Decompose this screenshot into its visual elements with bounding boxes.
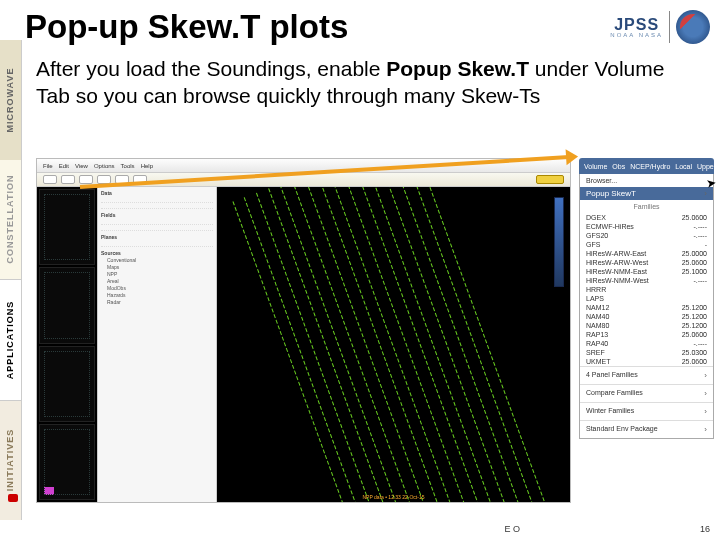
family-row[interactable]: SREF25.0300 <box>580 348 713 357</box>
thumbnail[interactable] <box>39 189 95 265</box>
family-row[interactable]: NAM1225.1200 <box>580 303 713 312</box>
vol-tab-volume[interactable]: Volume <box>584 163 607 170</box>
thumbnail[interactable] <box>39 346 95 422</box>
map-timestamp: NPP data • 12:33 22-Oct-15 <box>363 494 425 500</box>
vol-tab-obs[interactable]: Obs <box>612 163 625 170</box>
menu-item[interactable]: Tools <box>121 163 135 169</box>
family-row[interactable]: UKMET25.0600 <box>580 357 713 366</box>
vol-tab-ncep[interactable]: NCEP/Hydro <box>630 163 670 170</box>
body-bold: Popup Skew.T <box>386 57 529 80</box>
submenu-item[interactable]: Standard Env Package› <box>580 420 713 438</box>
chevron-right-icon: › <box>704 371 707 380</box>
family-name: HiResW-ARW-East <box>586 250 646 257</box>
vol-tab-upper[interactable]: Uppe <box>697 163 714 170</box>
sidebar-tab-applications[interactable]: APPLICATIONS <box>0 279 22 401</box>
volume-browser-item[interactable]: Browser... <box>580 174 713 187</box>
sidebar-tab-microwave[interactable]: MICROWAVE <box>0 40 22 160</box>
browser-tree: Conventional Maps NPP Areal ModObs Hazar… <box>101 257 213 306</box>
body-paragraph: After you load the Soundings, enable Pop… <box>36 55 700 110</box>
family-row[interactable]: NAM8025.1200 <box>580 321 713 330</box>
toolbar-button[interactable] <box>79 175 93 184</box>
family-row[interactable]: DGEX25.0600 <box>580 213 713 222</box>
tree-item[interactable]: Hazards <box>101 292 213 299</box>
family-value: 25.0600 <box>682 214 707 221</box>
family-row[interactable]: GFS20-.---- <box>580 231 713 240</box>
tree-item[interactable]: Radar <box>101 299 213 306</box>
family-row[interactable]: NAM4025.1200 <box>580 312 713 321</box>
cursor-icon: ➤ <box>705 175 717 191</box>
family-row[interactable]: HiResW-NMM-West-.---- <box>580 276 713 285</box>
thumbnail[interactable] <box>39 424 95 500</box>
color-scale-icon <box>554 197 564 287</box>
volume-menu: Volume Obs NCEP/Hydro Local Uppe Browser… <box>579 158 714 439</box>
toolbar-button[interactable] <box>115 175 129 184</box>
browser-section-header: Fields <box>101 212 213 218</box>
slide-header: Pop-up Skew.T plots JPSS NOAA NASA <box>25 2 710 52</box>
family-name: DGEX <box>586 214 606 221</box>
family-name: HiResW-NMM-East <box>586 268 647 275</box>
footer-eo: E O <box>504 524 520 534</box>
family-value: 25.0300 <box>682 349 707 356</box>
tree-item[interactable]: NPP <box>101 271 213 278</box>
menu-item[interactable]: Help <box>141 163 153 169</box>
family-name: RAP40 <box>586 340 608 347</box>
family-name: GFS20 <box>586 232 608 239</box>
family-name: RAP13 <box>586 331 608 338</box>
toolbar-button[interactable] <box>133 175 147 184</box>
chevron-right-icon: › <box>704 425 707 434</box>
family-value: -.---- <box>693 277 707 284</box>
submenu-item[interactable]: Winter Families› <box>580 402 713 420</box>
family-row[interactable]: HiResW-ARW-West25.0600 <box>580 258 713 267</box>
family-row[interactable]: HiResW-ARW-East25.0000 <box>580 249 713 258</box>
volume-menu-tabs: Volume Obs NCEP/Hydro Local Uppe <box>579 158 714 174</box>
sidebar-tab-constellation[interactable]: CONSTELLATION <box>0 160 22 280</box>
toolbar-button[interactable] <box>61 175 75 184</box>
family-name: GFS <box>586 241 600 248</box>
tree-item[interactable]: Maps <box>101 264 213 271</box>
menu-item[interactable]: Edit <box>59 163 69 169</box>
family-name: HiResW-ARW-West <box>586 259 648 266</box>
toolbar-button[interactable] <box>97 175 111 184</box>
sounding-swath <box>217 187 570 502</box>
family-row[interactable]: LAPS <box>580 294 713 303</box>
family-value: - <box>705 241 707 248</box>
family-row[interactable]: RAP1325.0600 <box>580 330 713 339</box>
vol-tab-local[interactable]: Local <box>675 163 692 170</box>
browser-section-header: Planes <box>101 234 213 240</box>
thumbnail-strip <box>37 187 97 502</box>
family-value: 25.0000 <box>682 250 707 257</box>
submenu-item[interactable]: 4 Panel Families› <box>580 366 713 384</box>
menu-item[interactable]: View <box>75 163 88 169</box>
family-value: -.---- <box>693 340 707 347</box>
sidebar-tab-initiatives[interactable]: INITIATIVES <box>0 401 22 521</box>
family-value: 25.0600 <box>682 358 707 365</box>
toolbar-button[interactable] <box>43 175 57 184</box>
tree-item[interactable]: Areal <box>101 278 213 285</box>
slide: MICROWAVE CONSTELLATION APPLICATIONS INI… <box>0 0 720 540</box>
chevron-right-icon: › <box>704 389 707 398</box>
family-row[interactable]: HRRR <box>580 285 713 294</box>
family-value: 25.1200 <box>682 313 707 320</box>
page-number: 16 <box>700 524 710 534</box>
submenu-item[interactable]: Compare Families› <box>580 384 713 402</box>
toolbar-warn-button[interactable] <box>536 175 564 184</box>
family-row[interactable]: HiResW-NMM-East25.1000 <box>580 267 713 276</box>
app-toolbar <box>37 173 570 187</box>
jpss-logo: JPSS NOAA NASA <box>610 16 663 38</box>
chevron-right-icon: › <box>704 407 707 416</box>
body-pre: After you load the Soundings, enable <box>36 57 386 80</box>
popup-skewt-item[interactable]: Popup SkewT › <box>580 187 713 200</box>
family-name: HiResW-NMM-West <box>586 277 649 284</box>
thumbnail[interactable] <box>39 267 95 343</box>
app-menubar: File Edit View Options Tools Help <box>37 159 570 173</box>
volume-menu-body: Browser... Popup SkewT › Families DGEX25… <box>579 174 714 439</box>
tree-item[interactable]: ModObs <box>101 285 213 292</box>
family-row[interactable]: ECMWF-HiRes-.---- <box>580 222 713 231</box>
data-browser-panel: Data Fields Planes Sources Conventional … <box>97 187 217 502</box>
menu-item[interactable]: File <box>43 163 53 169</box>
menu-item[interactable]: Options <box>94 163 115 169</box>
family-row[interactable]: GFS- <box>580 240 713 249</box>
map-viewport[interactable]: NPP data • 12:33 22-Oct-15 <box>217 187 570 502</box>
family-row[interactable]: RAP40-.---- <box>580 339 713 348</box>
tree-item[interactable]: Conventional <box>101 257 213 264</box>
